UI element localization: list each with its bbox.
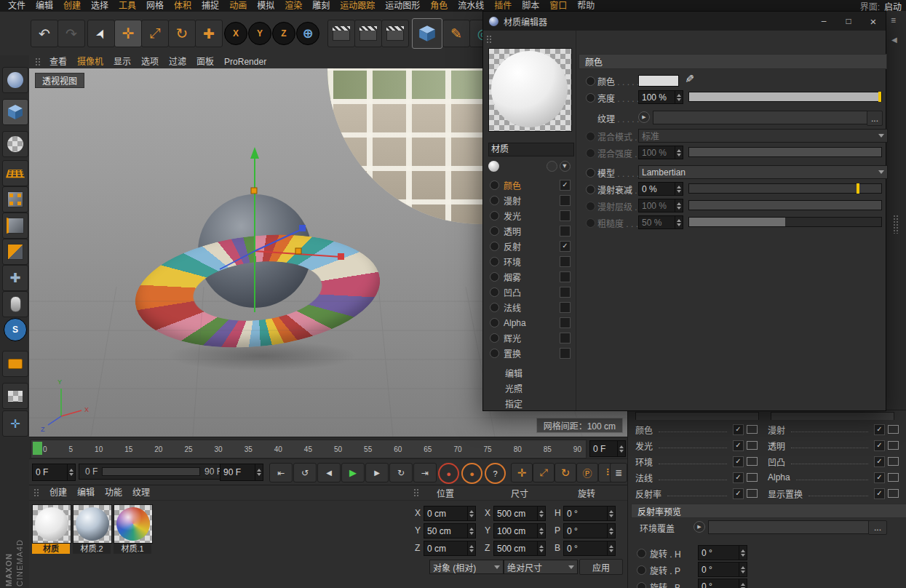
points-mode-button[interactable]	[2, 186, 28, 212]
spinner-arrows-icon[interactable]	[607, 506, 615, 520]
spinner-arrows-icon[interactable]	[675, 183, 683, 195]
spinner-arrows-icon[interactable]	[675, 91, 683, 103]
channel-checkbox[interactable]	[733, 472, 744, 483]
slider-handle[interactable]	[857, 183, 859, 194]
key-scale-button[interactable]: ⤢	[533, 463, 555, 482]
menu-script[interactable]: 脚本	[517, 0, 544, 12]
timeline-ruler[interactable]: 0510 152025 303540 455055 606570 758085 …	[31, 440, 587, 458]
channel-checkbox[interactable]	[560, 210, 571, 221]
key-rotation-button[interactable]: ↻	[555, 463, 576, 482]
current-frame-marker[interactable]	[33, 442, 42, 455]
pos-y-field[interactable]: 50 cm	[424, 523, 476, 539]
pos-z-field[interactable]: 0 cm	[424, 541, 476, 556]
snap-toggle-button[interactable]: S	[4, 318, 27, 341]
spinner-arrows-icon[interactable]	[617, 441, 625, 456]
material-name-field[interactable]: 材质	[488, 143, 574, 156]
channel-checkbox[interactable]	[560, 180, 571, 191]
spinner-arrows-icon[interactable]	[467, 506, 475, 520]
channel-checkbox[interactable]	[560, 287, 571, 298]
preview-range-slider[interactable]: 0 F 90 F	[79, 464, 229, 480]
spinner-arrows-icon[interactable]	[607, 541, 615, 555]
render-picture-viewer-button[interactable]	[354, 20, 382, 47]
apply-button[interactable]: 应用	[579, 559, 623, 575]
channel-radio[interactable]	[490, 272, 499, 282]
channel-checkbox[interactable]	[874, 488, 885, 499]
texture-field[interactable]	[653, 111, 870, 124]
menu-volume[interactable]: 体积	[169, 0, 196, 12]
vp-menu-camera[interactable]: 摄像机	[72, 56, 108, 68]
rot-b-radio[interactable]	[637, 582, 646, 588]
menu-file[interactable]: 文件	[3, 0, 31, 12]
preview-dropdown-button[interactable]: ▶	[560, 161, 571, 172]
vp-menu-view[interactable]: 查看	[44, 56, 72, 68]
workplane-mode-button[interactable]	[2, 160, 28, 186]
last-tool-button[interactable]: ✚	[195, 20, 223, 47]
channel-radio[interactable]	[490, 196, 499, 205]
window-titlebar[interactable]: 材质编辑器 – □ ×	[483, 12, 886, 31]
move-tool-button[interactable]: ✛	[114, 20, 142, 47]
minimize-button[interactable]: –	[811, 12, 836, 31]
record-keyframe-button[interactable]: ●	[438, 463, 459, 484]
make-editable-button[interactable]	[2, 67, 28, 93]
page-illumination[interactable]: 光照	[483, 381, 576, 396]
spinner-arrows-icon[interactable]	[537, 506, 545, 520]
coordinate-mode-dropdown[interactable]: 对象 (相对)	[429, 560, 504, 574]
channel-radio[interactable]	[490, 226, 499, 236]
current-frame-field[interactable]: 0 F	[32, 464, 76, 481]
brightness-radio[interactable]	[586, 93, 595, 103]
panel-grip[interactable]	[33, 488, 40, 497]
texture-arrow-button[interactable]: ▶	[638, 111, 650, 123]
eyedropper-icon[interactable]: ✎	[683, 74, 696, 84]
timeline-layout-button[interactable]: ≣	[610, 463, 627, 482]
channel-checkbox[interactable]	[560, 195, 571, 206]
channel-row-transparency[interactable]: 透明	[483, 223, 576, 239]
rotation-h-field[interactable]: 0 °	[698, 545, 747, 560]
material-item[interactable]: 材质.1	[114, 504, 151, 554]
channel-radio[interactable]	[490, 211, 499, 220]
spinner-arrows-icon[interactable]	[467, 541, 475, 555]
material-item[interactable]: 材质	[32, 504, 70, 554]
close-button[interactable]: ×	[861, 12, 886, 31]
channel-row-color[interactable]: 颜色	[483, 178, 576, 193]
menu-motion-tracker[interactable]: 运动跟踪	[335, 0, 380, 12]
scale-tool-button[interactable]: ⤢	[141, 20, 169, 47]
panel-menu-icon[interactable]: ≡	[891, 15, 896, 25]
vp-menu-options[interactable]: 选项	[136, 56, 164, 68]
view-label[interactable]: 透视视图	[35, 73, 84, 88]
rot-h-radio[interactable]	[637, 549, 646, 558]
panel-grip[interactable]	[35, 57, 41, 66]
spinner-arrows-icon[interactable]	[739, 546, 747, 560]
lock-workplane-button[interactable]	[2, 383, 28, 409]
channel-checkbox[interactable]	[560, 241, 571, 252]
material-item[interactable]: 材质.2	[73, 504, 111, 554]
channel-checkbox[interactable]	[560, 333, 571, 343]
color-swatch[interactable]	[638, 75, 679, 87]
menu-mesh[interactable]: 网格	[141, 0, 169, 12]
channel-row-bump[interactable]: 凹凸	[483, 285, 576, 300]
maximize-button[interactable]: □	[836, 12, 861, 31]
channel-row-normal[interactable]: 法线	[483, 300, 576, 315]
channel-row-alpha[interactable]: Alpha	[483, 315, 576, 330]
channel-checkbox[interactable]	[560, 317, 571, 328]
model-mode-button[interactable]	[2, 99, 28, 125]
channel-radio[interactable]	[490, 349, 499, 358]
axis-gizmo[interactable]	[220, 147, 344, 312]
channel-checkbox[interactable]	[874, 440, 885, 451]
menu-select[interactable]: 选择	[86, 0, 114, 12]
spinner-arrows-icon[interactable]	[255, 464, 263, 480]
channel-row-displacement[interactable]: 置换	[483, 346, 576, 361]
channel-radio[interactable]	[490, 287, 499, 297]
brightness-field[interactable]: 100 %	[638, 90, 683, 104]
spinner-arrows-icon[interactable]	[67, 464, 75, 480]
window-grip[interactable]	[486, 35, 493, 44]
rotate-tool-button[interactable]: ↻	[168, 20, 196, 47]
channel-checkbox[interactable]	[733, 424, 744, 435]
page-edit[interactable]: 编辑	[483, 365, 576, 381]
diffuse-falloff-slider[interactable]	[688, 183, 882, 194]
channel-checkbox[interactable]	[560, 302, 571, 313]
spinner-arrows-icon[interactable]	[739, 563, 747, 576]
mat-menu-edit[interactable]: 编辑	[72, 487, 100, 498]
channel-checkbox[interactable]	[874, 472, 885, 483]
brightness-slider[interactable]	[688, 92, 882, 102]
menu-character[interactable]: 角色	[425, 0, 453, 12]
